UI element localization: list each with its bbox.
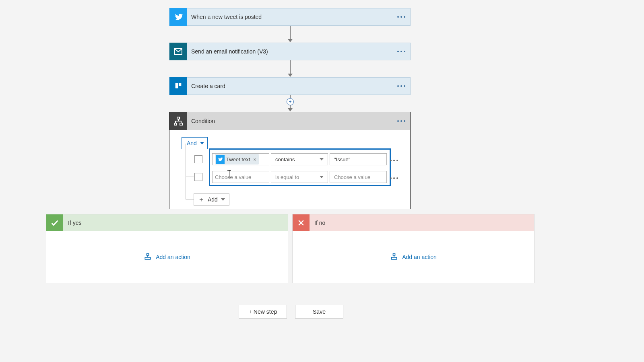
operator-placeholder: is equal to [275,174,299,180]
rhs-field[interactable]: "Issue" [330,153,387,165]
connector [290,26,291,43]
svg-rect-3 [179,83,181,86]
action-card-email[interactable]: Send an email notification (V3) [169,43,411,60]
action-card-trello[interactable]: Create a card [169,77,411,95]
svg-rect-4 [177,117,180,119]
operator-dropdown[interactable]: contains [271,153,328,165]
row-checkbox[interactable] [194,173,202,181]
add-action-button[interactable]: Add an action [390,253,437,261]
trello-icon [169,77,187,95]
add-action-label: Add an action [402,254,437,260]
logic-operator-label: And [187,140,197,146]
remove-token-button[interactable]: × [252,156,258,162]
new-step-button[interactable]: + New step [239,305,287,319]
svg-rect-7 [147,254,149,255]
lhs-placeholder: Choose a value [215,174,251,180]
token-label: Tweet text [226,156,250,162]
if-yes-branch: If yes Add an action [46,214,288,283]
svg-rect-5 [174,123,177,125]
check-icon [46,214,63,231]
more-menu-button[interactable] [392,51,410,52]
plus-icon: ＋ [198,197,204,202]
row-checkbox[interactable] [194,155,202,163]
svg-rect-2 [175,83,178,88]
text-cursor-bottom [227,177,231,177]
rhs-placeholder: Choose a value [334,174,370,180]
mail-icon [169,43,187,60]
twitter-icon [216,155,225,164]
chevron-down-icon [221,198,225,201]
condition-icon [169,112,187,130]
new-step-label: + New step [249,309,277,315]
add-action-icon [144,253,152,261]
chevron-down-icon [320,158,324,160]
svg-rect-12 [392,257,397,259]
more-menu-button[interactable] [392,16,410,18]
condition-title: Condition [187,118,392,124]
condition-row: Choose a value is equal to Choose a valu… [194,171,399,183]
add-action-button[interactable]: Add an action [144,253,190,261]
dynamic-content-token[interactable]: Tweet text × [215,154,259,165]
rhs-value: "Issue" [334,156,350,162]
action-title: Send an email notification (V3) [187,48,392,55]
save-button[interactable]: Save [295,305,343,319]
add-label: Add [208,196,218,203]
lhs-field[interactable]: Choose a value [212,171,269,183]
if-yes-header[interactable]: If yes [46,214,288,231]
text-cursor-top [227,170,231,171]
lhs-field[interactable]: Tweet text × [212,153,269,165]
row-more-button[interactable] [389,174,399,180]
operator-dropdown[interactable]: is equal to [271,171,328,183]
svg-rect-11 [393,254,395,255]
insert-step-button[interactable]: + [287,98,294,105]
svg-rect-8 [145,257,151,259]
condition-row: Tweet text × contains "Issue" [194,153,399,165]
rhs-field[interactable]: Choose a value [330,171,387,183]
svg-rect-6 [180,123,182,125]
close-icon [293,214,310,231]
add-action-icon [390,253,398,261]
text-cursor [229,171,229,177]
trigger-card-twitter[interactable]: When a new tweet is posted [169,8,411,26]
add-row-button[interactable]: ＋ Add [194,193,229,206]
chevron-down-icon [320,176,324,178]
condition-header[interactable]: Condition [169,112,410,130]
trigger-title: When a new tweet is posted [187,14,392,20]
if-no-branch: If no Add an action [292,214,535,283]
action-title: Create a card [187,83,392,89]
chevron-down-icon [200,142,204,144]
more-menu-button[interactable] [392,120,410,122]
add-action-label: Add an action [156,254,190,260]
save-label: Save [313,309,326,315]
connector [290,60,291,77]
condition-card: Condition And Twee [169,112,411,209]
if-yes-label: If yes [63,220,81,226]
if-no-label: If no [310,220,325,226]
if-no-header[interactable]: If no [293,214,534,231]
twitter-icon [169,8,187,26]
operator-label: contains [275,156,295,162]
row-more-button[interactable] [389,156,399,162]
more-menu-button[interactable] [392,85,410,87]
